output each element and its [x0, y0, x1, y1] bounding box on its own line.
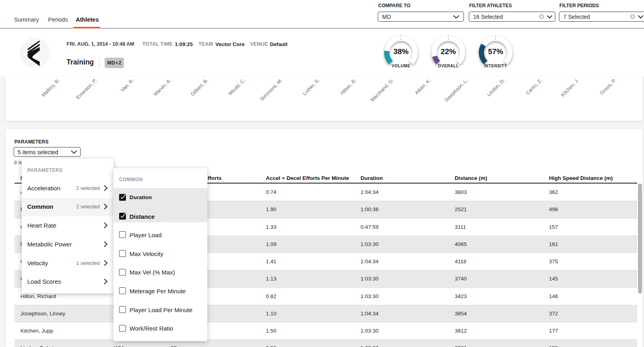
svg-text:Kitchen, J.: Kitchen, J. [560, 77, 580, 98]
svg-text:22%: 22% [441, 47, 456, 56]
svg-text:Hilton, R.: Hilton, R. [339, 77, 358, 96]
svg-text:Mallory, R.: Mallory, R. [41, 77, 61, 98]
svg-text:57%: 57% [488, 47, 503, 56]
svg-text:VOLUME: VOLUME [392, 64, 410, 68]
svg-text:Lindon, D.: Lindon, D. [486, 77, 506, 97]
svg-text:OVERALL: OVERALL [438, 64, 459, 68]
svg-text:Luther, S.: Luther, S. [302, 77, 321, 97]
svg-text:Groos, P.: Groos, P. [599, 77, 618, 96]
svg-text:Aiken, K.: Aiken, K. [414, 77, 432, 95]
svg-text:Marchand, G.: Marchand, G. [369, 77, 395, 103]
svg-text:INTENSITY: INTENSITY [484, 64, 507, 68]
svg-text:Van, R.: Van, R. [119, 77, 135, 93]
svg-text:Marvin, A.: Marvin, A. [152, 77, 172, 97]
svg-text:Simmons, M.: Simmons, M. [259, 77, 284, 102]
svg-text:Mould, C.: Mould, C. [227, 77, 247, 97]
svg-text:38%: 38% [393, 47, 409, 56]
svg-text:Emerson, P.: Emerson, P. [75, 77, 98, 100]
svg-text:Cantu, Z.: Cantu, Z. [525, 77, 543, 96]
svg-text:Gilbert, B.: Gilbert, B. [190, 77, 209, 97]
svg-text:Josephson, L.: Josephson, L. [443, 77, 469, 103]
